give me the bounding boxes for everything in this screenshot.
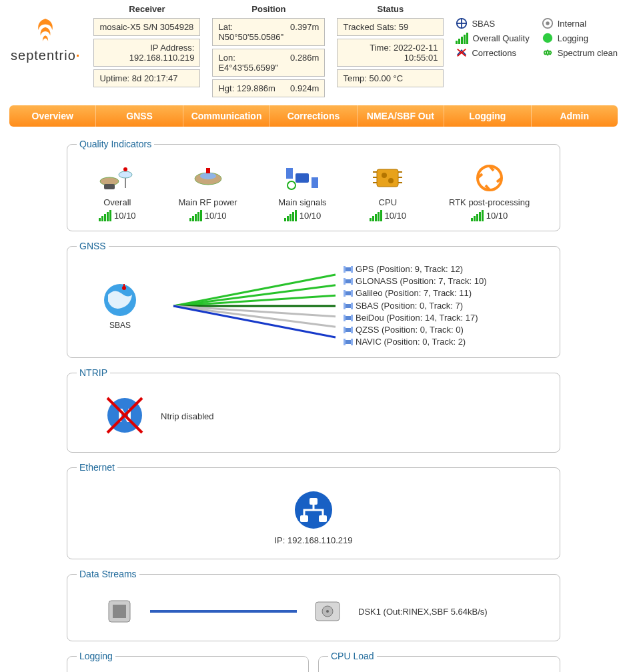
qi-item[interactable]: Main signals 10/10	[278, 161, 326, 221]
sbas-icon	[456, 17, 468, 29]
main-nav: Overview GNSS Communication Corrections …	[9, 105, 618, 127]
status-time: Time: 2022-02-11 10:55:01	[337, 39, 444, 67]
svg-rect-51	[351, 303, 353, 309]
legend-corrections: Corrections	[472, 48, 516, 58]
ntrip-title: NTRIP	[77, 367, 110, 378]
gnss-system: NAVIC (Position: 0, Track: 2)	[344, 336, 487, 348]
ethernet-icon	[292, 489, 335, 531]
status-temp: Temp: 50.00 °C	[337, 69, 444, 87]
streams-title: Data Streams	[77, 569, 139, 579]
nav-communication[interactable]: Communication	[183, 105, 270, 127]
svg-point-21	[382, 173, 387, 178]
svg-rect-47	[344, 290, 346, 297]
qi-item[interactable]: CPU 10/10	[368, 161, 408, 221]
svg-rect-9	[104, 184, 115, 189]
nav-logging[interactable]: Logging	[444, 105, 531, 127]
corrections-icon	[456, 47, 468, 59]
qi-score: 10/10	[370, 210, 407, 221]
gnss-panel: GNSS SBAS GPS (Position: 9, Track: 12)GL…	[67, 241, 560, 358]
svg-point-4	[546, 21, 549, 25]
position-hgt: Hgt: 129.886m0.924m	[212, 79, 325, 97]
nav-nmea-sbf[interactable]: NMEA/SBF Out	[358, 105, 444, 127]
qi-score: 10/10	[471, 210, 508, 221]
qi-score: 10/10	[284, 210, 322, 221]
position-lat: Lat: N50°50'55.0586"0.397m	[212, 18, 325, 46]
qi-name: Overall	[103, 197, 131, 207]
svg-rect-68	[319, 515, 327, 522]
svg-rect-50	[344, 303, 346, 309]
gnss-system: Galileo (Position: 7, Track: 11)	[344, 287, 487, 299]
gnss-system: QZSS (Position: 0, Track: 0)	[344, 324, 487, 336]
svg-rect-16	[295, 173, 309, 183]
legend-overall: Overall Quality	[472, 33, 529, 43]
svg-point-19	[287, 181, 295, 189]
svg-rect-49	[346, 304, 351, 308]
qi-name: RTK post-processing	[449, 197, 530, 207]
quality-indicators-panel: Quality Indicators Overall 10/10 Main RF…	[67, 139, 560, 231]
brand-name: septentrio	[11, 48, 76, 63]
svg-rect-59	[344, 339, 346, 345]
gnss-mode: SBAS	[77, 321, 163, 330]
qi-score: 10/10	[189, 210, 227, 221]
svg-rect-56	[344, 327, 346, 333]
nav-corrections[interactable]: Corrections	[270, 105, 357, 127]
status-legend: SBAS Internal Overall Quality Logging Co…	[456, 4, 618, 59]
svg-rect-40	[346, 267, 351, 271]
logo-icon	[31, 17, 59, 45]
svg-rect-17	[286, 168, 293, 179]
cpu-title: CPU Load	[328, 651, 377, 661]
gnss-system: BeiDou (Position: 14, Track: 17)	[344, 312, 487, 324]
svg-point-29	[478, 166, 502, 190]
svg-point-5	[542, 33, 552, 43]
qi-score: 10/10	[99, 210, 136, 221]
ethernet-ip: IP: 192.168.110.219	[274, 535, 352, 545]
receiver-ip: IP Address: 192.168.110.219	[93, 39, 200, 67]
svg-rect-60	[351, 339, 353, 345]
nav-gnss[interactable]: GNSS	[96, 105, 183, 127]
receiver-title: Receiver	[93, 4, 200, 14]
svg-rect-53	[344, 315, 346, 321]
cpu-load-panel: CPU Load 33% 100% 0%	[318, 651, 560, 672]
gnss-system: GPS (Position: 9, Track: 12)	[344, 263, 487, 275]
svg-rect-52	[346, 316, 351, 320]
svg-rect-46	[346, 291, 351, 295]
svg-point-22	[388, 178, 394, 183]
receiver-uptime: Uptime: 8d 20:17:47	[93, 69, 200, 87]
qi-item[interactable]: Overall 10/10	[97, 161, 137, 221]
nav-overview[interactable]: Overview	[9, 105, 96, 127]
position-title: Position	[212, 4, 325, 14]
logging-panel: Logging Internal Disk (29.7 GB) used (15…	[67, 651, 309, 672]
position-lon: Lon: E4°43'55.6599"0.286m	[212, 49, 325, 77]
legend-sbas: SBAS	[472, 19, 495, 29]
cpu-chip-icon	[103, 595, 135, 627]
qi-name: Main RF power	[179, 197, 237, 207]
qi-item[interactable]: Main RF power 10/10	[179, 161, 237, 221]
disabled-cross-icon	[103, 394, 146, 437]
data-streams-panel: Data Streams DSK1 (Out:RINEX,SBF 5.64kB/…	[67, 569, 560, 641]
qi-name: CPU	[379, 197, 397, 207]
svg-rect-41	[344, 266, 346, 273]
svg-line-34	[173, 285, 336, 305]
qi-item[interactable]: RTK post-processing 10/10	[449, 161, 530, 221]
svg-rect-42	[351, 266, 353, 273]
receiver-info: Receiver mosaic-X5 S/N 3054928 IP Addres…	[93, 4, 200, 87]
svg-point-14	[200, 173, 216, 179]
gnss-system: GLONASS (Position: 7, Track: 10)	[344, 275, 487, 287]
svg-rect-70	[113, 605, 126, 618]
nav-admin[interactable]: Admin	[532, 105, 618, 127]
internal-icon	[542, 17, 554, 29]
gnss-title: GNSS	[77, 241, 109, 251]
svg-point-10	[119, 171, 132, 178]
svg-point-12	[123, 167, 127, 171]
svg-rect-44	[344, 278, 346, 285]
logging-title: Logging	[77, 651, 115, 661]
svg-rect-57	[351, 327, 353, 333]
legend-internal: Internal	[558, 19, 586, 29]
svg-rect-58	[346, 340, 351, 344]
ntrip-status-text: Ntrip disabled	[161, 411, 214, 421]
stream-line	[150, 610, 297, 613]
ethernet-panel: Ethernet IP: 192.168.110.219	[67, 462, 560, 559]
stream-text: DSK1 (Out:RINEX,SBF 5.64kB/s)	[358, 607, 488, 617]
svg-point-73	[326, 610, 329, 613]
spectrum-icon	[542, 47, 554, 59]
